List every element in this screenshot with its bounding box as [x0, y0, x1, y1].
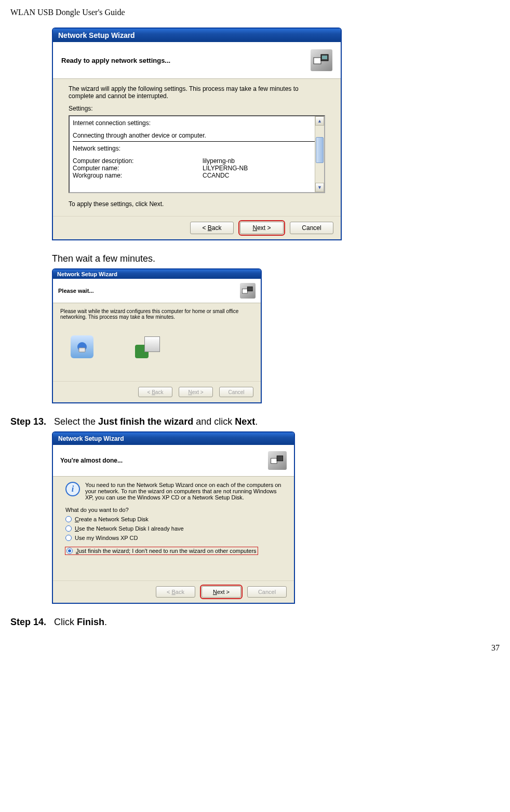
list-section-2-title: Network settings:: [73, 145, 321, 152]
list-section-1-title: Internet connection settings:: [73, 119, 321, 127]
scroll-thumb[interactable]: [316, 137, 324, 163]
cancel-button: Cancel: [247, 586, 287, 598]
list-row-value: lilyperng-nb: [203, 157, 321, 165]
back-button[interactable]: < Back: [190, 222, 234, 234]
wizard-3-titlebar: Network Setup Wizard: [53, 432, 294, 445]
wizard-1-ready: Network Setup Wizard Ready to apply netw…: [52, 28, 342, 240]
svg-rect-7: [271, 458, 277, 464]
radio-create-disk[interactable]: Create a Network Setup Disk: [65, 516, 281, 522]
wizard-1-buttons: < Back Next > Cancel: [53, 216, 341, 239]
next-button: Next >: [179, 387, 213, 397]
wizard-1-settings-label: Settings:: [69, 105, 325, 112]
page-number: 37: [10, 643, 500, 653]
radio-icon[interactable]: [66, 548, 73, 554]
radio-just-finish[interactable]: Just finish the wizard; I don't need to …: [65, 547, 258, 554]
wizard-1-banner: Ready to apply network settings...: [53, 42, 341, 79]
wizard-1-apply-text: To apply these settings, click Next.: [69, 200, 325, 208]
svg-rect-3: [242, 289, 247, 293]
list-row-label: Workgroup name:: [73, 172, 203, 179]
list-row-label: Computer name:: [73, 165, 203, 172]
doc-header: WLAN USB Dongle User's Guide: [10, 8, 500, 17]
network-settings-icon: [240, 283, 256, 299]
radio-label: Just finish the wizard; I don't need to …: [76, 548, 257, 554]
wizard-2-content: Please wait while the wizard configures …: [53, 303, 261, 381]
wizard-1-content: The wizard will apply the following sett…: [53, 79, 341, 216]
network-settings-icon: [311, 49, 332, 71]
next-button[interactable]: Next >: [240, 222, 284, 234]
radio-icon[interactable]: [65, 535, 72, 541]
list-divider: [73, 141, 321, 142]
wizard-3-question: What do you want to do?: [65, 507, 281, 513]
radio-label: Create a Network Setup Disk: [75, 516, 149, 522]
wizard-3-banner-title: You're almost done...: [60, 457, 123, 464]
radio-label: Use the Network Setup Disk I already hav…: [75, 525, 184, 532]
back-button: < Back: [138, 387, 172, 397]
wizard-1-titlebar: Network Setup Wizard: [53, 29, 341, 42]
radio-use-xp-cd[interactable]: Use my Windows XP CD: [65, 535, 281, 541]
wizard-3-info-text: You need to run the Network Setup Wizard…: [85, 482, 281, 500]
cancel-button[interactable]: Cancel: [290, 222, 333, 234]
svg-rect-4: [247, 287, 252, 291]
wizard-1-banner-title: Ready to apply network settings...: [61, 57, 170, 64]
list-section-1-body: Connecting through another device or com…: [73, 132, 321, 139]
wizard-3-almost-done: Network Setup Wizard You're almost done.…: [52, 431, 295, 604]
scroll-down-icon[interactable]: ▼: [315, 183, 324, 192]
radio-use-existing-disk[interactable]: Use the Network Setup Disk I already hav…: [65, 525, 281, 532]
radio-icon[interactable]: [65, 516, 72, 522]
svg-rect-2: [322, 56, 327, 59]
radio-icon[interactable]: [65, 525, 72, 532]
wizard-1-settings-list[interactable]: Internet connection settings: Connecting…: [69, 115, 325, 193]
list-row-value: LILYPERNG-NB: [203, 165, 321, 172]
computer-globe-icon: [71, 335, 93, 358]
wizard-2-titlebar: Network Setup Wizard: [53, 269, 261, 279]
step-14: Step 14. Click Finish.: [10, 617, 500, 628]
list-row-label: Computer description:: [73, 157, 203, 165]
radio-label: Use my Windows XP CD: [75, 535, 138, 541]
scrollbar[interactable]: ▲ ▼: [315, 116, 324, 192]
body-wait-text: Then wait a few minutes.: [52, 253, 500, 264]
wizard-2-please-wait: Network Setup Wizard Please wait... Plea…: [52, 268, 262, 403]
svg-rect-0: [314, 58, 321, 64]
next-button[interactable]: Next >: [202, 586, 241, 598]
computer-network-icon: [135, 335, 166, 358]
wizard-2-banner: Please wait...: [53, 279, 261, 303]
wizard-3-banner: You're almost done...: [53, 445, 294, 477]
wizard-3-buttons: < Back Next > Cancel: [53, 580, 294, 603]
back-button: < Back: [156, 586, 195, 598]
scroll-up-icon[interactable]: ▲: [315, 116, 324, 126]
wizard-2-buttons: < Back Next > Cancel: [53, 381, 261, 402]
list-row-value: CCANDC: [203, 172, 321, 179]
wizard-2-body-text: Please wait while the wizard configures …: [60, 308, 253, 320]
wizard-1-intro: The wizard will apply the following sett…: [69, 85, 325, 100]
svg-rect-8: [277, 456, 283, 461]
wizard-2-banner-title: Please wait...: [58, 288, 93, 294]
svg-rect-6: [79, 348, 85, 352]
cancel-button: Cancel: [219, 387, 253, 397]
info-icon: i: [65, 482, 80, 496]
wizard-3-content: i You need to run the Network Setup Wiza…: [53, 477, 294, 580]
network-settings-icon: [268, 451, 287, 470]
step-13: Step 13. Select the Just finish the wiza…: [10, 416, 500, 427]
